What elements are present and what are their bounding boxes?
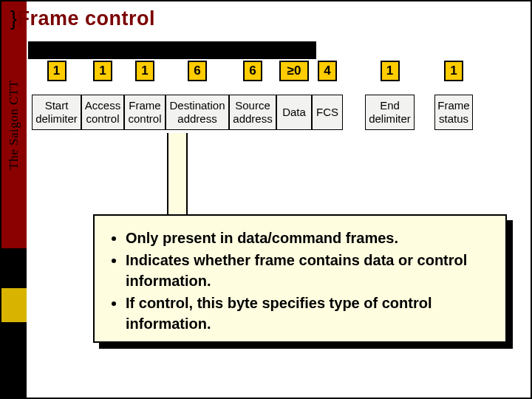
field-start-delimiter: 1 Start delimiter — [32, 61, 81, 130]
field-bytes: 6 — [188, 61, 207, 81]
field-label: Start delimiter — [32, 95, 81, 130]
field-frame-status: 1 Frame status — [434, 61, 473, 130]
field-label: Access control — [81, 95, 124, 130]
field-fcs: 4 FCS — [312, 61, 343, 130]
field-bytes: 1 — [135, 61, 154, 81]
field-bytes: 1 — [93, 61, 112, 81]
sidebar-stripe-gold — [1, 288, 27, 322]
field-label: Destination address — [166, 95, 229, 130]
field-bytes: ≥0 — [279, 61, 309, 81]
field-label: Frame control — [124, 95, 166, 130]
title-text: Frame control — [18, 7, 156, 30]
sidebar-brick: The Saigon CTT — [1, 1, 27, 248]
field-label: Source address — [229, 95, 276, 130]
field-access-control: 1 Access control — [81, 61, 124, 130]
field-label: End delimiter — [365, 95, 415, 130]
sidebar-stripe-black-bot — [1, 322, 27, 399]
field-bytes: 4 — [318, 61, 337, 81]
field-frame-control: 1 Frame control — [124, 61, 166, 130]
callout-bullet: Indicates whether frame contains data or… — [126, 250, 492, 291]
callout-bullet: If control, this byte specifies type of … — [126, 293, 492, 334]
callout-list: Only present in data/command frames. Ind… — [112, 228, 492, 334]
sidebar: The Saigon CTT — [1, 1, 27, 398]
slide-title: }Frame control — [10, 7, 155, 30]
field-bytes: 6 — [243, 61, 262, 81]
field-label: FCS — [312, 95, 343, 130]
field-bytes: 1 — [47, 61, 66, 81]
sidebar-stripe-black-top — [1, 248, 27, 288]
field-source-address: 6 Source address — [229, 61, 276, 130]
title-brace: } — [10, 7, 18, 30]
frame-format-row: 1 Start delimiter 1 Access control 1 Fra… — [32, 61, 528, 130]
callout-connector — [167, 133, 188, 216]
field-end-delimiter: 1 End delimiter — [365, 61, 415, 130]
field-bytes: 1 — [444, 61, 463, 81]
title-underline — [28, 41, 316, 59]
field-destination-address: 6 Destination address — [166, 61, 229, 130]
field-label: Frame status — [434, 95, 473, 130]
sidebar-label: The Saigon CTT — [7, 80, 21, 169]
callout-bullet: Only present in data/command frames. — [126, 228, 492, 248]
field-bytes: 1 — [381, 61, 400, 81]
field-label: Data — [276, 95, 312, 130]
field-data: ≥0 Data — [276, 61, 312, 130]
callout-box: Only present in data/command frames. Ind… — [93, 214, 507, 343]
